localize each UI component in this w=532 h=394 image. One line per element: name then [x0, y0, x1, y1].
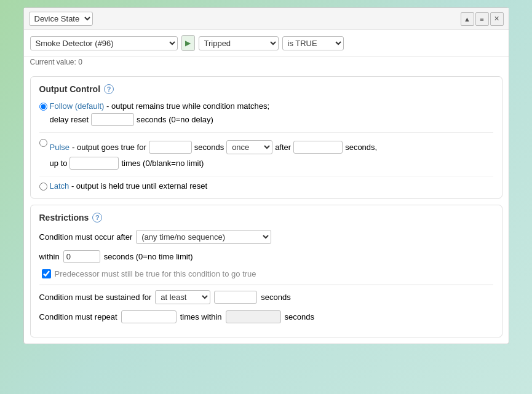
times-within-label: times within: [180, 312, 222, 321]
restrictions-label: Restrictions: [39, 213, 89, 223]
sustained-row: Condition must be sustained for at least…: [39, 290, 493, 304]
repeat-seconds-label: seconds: [285, 312, 314, 321]
menu-button[interactable]: ≡: [475, 12, 489, 26]
menu-icon: ≡: [480, 15, 483, 23]
occur-after-label: Condition must occur after: [39, 232, 133, 242]
follow-rest: - output remains true while condition ma…: [104, 101, 269, 111]
latch-option: Latch - output is held true until extern…: [39, 181, 493, 191]
repeat-seconds-input[interactable]: [226, 310, 281, 323]
top-bar-left: Device State: [29, 12, 93, 26]
occur-after-select[interactable]: (any time/no sequence): [136, 230, 271, 244]
within-label: within: [39, 252, 60, 261]
within-seconds-label: seconds (0=no time limit): [104, 252, 193, 261]
pulse-row1: Pulse - output goes true for seconds onc…: [50, 140, 378, 154]
follow-highlight: Follow (default): [50, 101, 105, 111]
current-value-text: Current value: 0: [30, 58, 82, 66]
top-bar: Device State ▲ ≡ ✕: [24, 8, 509, 30]
output-control-help-icon[interactable]: ?: [104, 84, 114, 94]
output-control-section: Output Control ? Follow (default) - outp…: [30, 76, 502, 199]
up-to-input[interactable]: [69, 157, 119, 170]
value-select[interactable]: is TRUE: [282, 36, 344, 50]
latch-highlight: Latch: [50, 181, 69, 191]
sustained-label: Condition must be sustained for: [39, 293, 152, 302]
delay-reset-input[interactable]: [91, 113, 134, 126]
collapse-button[interactable]: ▲: [461, 12, 474, 26]
predecessor-row: Predecessor must still be true for this …: [39, 269, 493, 278]
condition-row: Smoke Detector (#96) ▶ Tripped is TRUE: [24, 30, 509, 57]
follow-label: Follow (default) - output remains true w…: [50, 101, 270, 111]
delay-reset-label: delay reset: [50, 115, 89, 124]
predecessor-checkbox[interactable]: [42, 269, 51, 278]
top-bar-right: ▲ ≡ ✕: [461, 12, 504, 26]
device-select[interactable]: Smoke Detector (#96): [30, 36, 178, 50]
state-select[interactable]: Tripped: [199, 36, 279, 50]
output-control-label: Output Control: [39, 84, 101, 94]
delay-reset-seconds-label: seconds (0=no delay): [137, 115, 213, 124]
latch-radio[interactable]: [39, 183, 47, 191]
pulse-row2: up to times (0/blank=no limit): [50, 157, 378, 170]
pulse-once-select[interactable]: once each time: [226, 140, 272, 154]
predecessor-label: Predecessor must still be true for this …: [55, 269, 256, 278]
arrow-button[interactable]: ▶: [181, 35, 195, 51]
occur-after-row: Condition must occur after (any time/no …: [39, 230, 493, 244]
pulse-duration-input[interactable]: [149, 141, 192, 154]
sustained-input[interactable]: [214, 291, 257, 304]
latch-rest: - output is held true until external res…: [69, 181, 207, 191]
follow-option: Follow (default) - output remains true w…: [39, 101, 493, 133]
pulse-after-label: after: [275, 143, 291, 152]
follow-delay-row: delay reset seconds (0=no delay): [50, 113, 270, 126]
within-input[interactable]: [63, 250, 100, 263]
pulse-content: Pulse - output goes true for seconds onc…: [50, 138, 378, 170]
latch-content: Latch - output is held true until extern…: [50, 181, 208, 191]
pulse-seconds-label: seconds: [194, 143, 224, 152]
pulse-radio[interactable]: [39, 139, 47, 147]
restrictions-title: Restrictions ?: [39, 213, 493, 223]
restrictions-section: Restrictions ? Condition must occur afte…: [30, 205, 502, 337]
within-row: within seconds (0=no time limit): [39, 250, 493, 263]
pulse-goes-true: - output goes true for: [72, 143, 146, 152]
sustained-select[interactable]: at least exactly no more than: [155, 290, 210, 304]
arrow-icon: ▶: [185, 39, 191, 47]
output-control-title: Output Control ?: [39, 84, 493, 94]
pulse-option: Pulse - output goes true for seconds onc…: [39, 138, 493, 176]
sustained-seconds-label: seconds: [261, 293, 290, 302]
main-panel: Device State ▲ ≡ ✕ Smoke Detector (#96) …: [23, 7, 509, 344]
restrictions-help-icon[interactable]: ?: [92, 213, 102, 223]
follow-radio[interactable]: [39, 103, 47, 111]
close-button[interactable]: ✕: [490, 12, 504, 26]
pulse-after-input[interactable]: [293, 141, 343, 154]
current-value: Current value: 0: [24, 57, 509, 70]
times-label: times (0/blank=no limit): [121, 159, 204, 168]
repeat-row: Condition must repeat times within secon…: [39, 310, 493, 323]
up-to-label: up to: [50, 159, 68, 168]
close-icon: ✕: [494, 15, 499, 23]
pulse-highlight: Pulse: [50, 143, 70, 152]
pulse-after-seconds-label: seconds,: [345, 143, 377, 152]
header-type-select[interactable]: Device State: [29, 12, 93, 26]
collapse-icon: ▲: [464, 15, 470, 23]
repeat-label: Condition must repeat: [39, 312, 117, 321]
repeat-input[interactable]: [121, 310, 177, 323]
follow-content: Follow (default) - output remains true w…: [50, 101, 270, 126]
separator1: [39, 285, 493, 285]
